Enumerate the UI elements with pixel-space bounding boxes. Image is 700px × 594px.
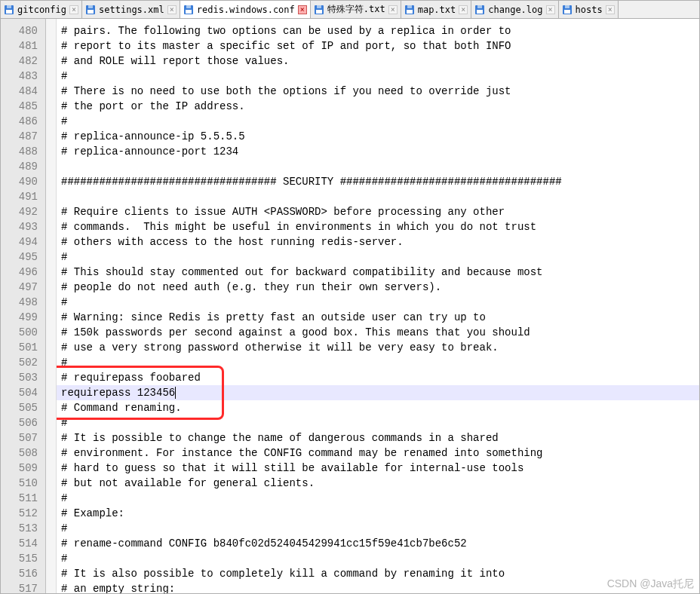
- line-number: 504: [1, 385, 45, 400]
- file-icon: [474, 5, 485, 15]
- line-number: 482: [1, 54, 45, 69]
- tab-gitconfig[interactable]: gitconfig×: [1, 1, 82, 18]
- code-line[interactable]: # This should stay commented out for bac…: [57, 265, 699, 280]
- close-icon[interactable]: ×: [298, 5, 307, 14]
- code-line[interactable]: # replica-announce-ip 5.5.5.5: [57, 129, 699, 144]
- close-icon[interactable]: ×: [167, 5, 177, 14]
- code-line[interactable]: # the port or the IP address.: [57, 99, 699, 114]
- code-line[interactable]: #: [57, 250, 699, 265]
- line-number: 495: [1, 250, 45, 265]
- line-number: 500: [1, 325, 45, 340]
- line-number: 516: [1, 566, 45, 581]
- code-line[interactable]: #: [57, 491, 699, 506]
- code-line[interactable]: # Command renaming.: [57, 400, 699, 415]
- line-number: 515: [1, 551, 45, 566]
- editor-area: 4804814824834844854864874884894904914924…: [1, 19, 699, 593]
- close-icon[interactable]: ×: [606, 5, 615, 14]
- code-line[interactable]: #: [57, 355, 699, 370]
- code-line[interactable]: # people do not need auth (e.g. they run…: [57, 280, 699, 295]
- code-line[interactable]: # rename-command CONFIG b840fc02d5240454…: [57, 536, 699, 551]
- line-number: 510: [1, 476, 45, 491]
- code-line[interactable]: # It is also possible to completely kill…: [57, 566, 699, 581]
- code-line[interactable]: #: [57, 521, 699, 536]
- file-icon: [404, 5, 415, 15]
- line-number: 486: [1, 114, 45, 129]
- code-line[interactable]: #: [57, 551, 699, 566]
- tab-label: change.log: [488, 5, 542, 15]
- close-icon[interactable]: ×: [459, 5, 468, 14]
- tab-label: hosts: [576, 5, 603, 15]
- line-number: 501: [1, 340, 45, 355]
- code-line[interactable]: # requirepass foobared: [57, 370, 699, 385]
- code-line[interactable]: # use a very strong password otherwise i…: [57, 340, 699, 355]
- code-line[interactable]: # Example:: [57, 506, 699, 521]
- file-icon: [183, 5, 194, 15]
- code-line[interactable]: # and ROLE will report those values.: [57, 54, 699, 69]
- line-number: 493: [1, 219, 45, 234]
- line-number: 485: [1, 99, 45, 114]
- code-line[interactable]: # Require clients to issue AUTH <PASSWOR…: [57, 204, 699, 219]
- code-line[interactable]: [57, 159, 699, 174]
- code-line[interactable]: # but not available for general clients.: [57, 476, 699, 491]
- close-icon[interactable]: ×: [546, 5, 555, 14]
- code-line[interactable]: # 150k passwords per second against a go…: [57, 325, 699, 340]
- code-line[interactable]: # replica-announce-port 1234: [57, 144, 699, 159]
- code-line[interactable]: # commands. This might be useful in envi…: [57, 219, 699, 234]
- line-number: 508: [1, 446, 45, 461]
- line-number: 509: [1, 461, 45, 476]
- svg-rect-7: [186, 5, 191, 8]
- line-number: 497: [1, 280, 45, 295]
- svg-rect-11: [316, 10, 322, 14]
- code-line[interactable]: # There is no need to use both the optio…: [57, 84, 699, 99]
- line-number: 502: [1, 355, 45, 370]
- svg-rect-14: [407, 10, 413, 14]
- text-cursor: [175, 387, 176, 399]
- code-line[interactable]: [57, 189, 699, 204]
- line-number: 507: [1, 430, 45, 446]
- code-line[interactable]: # pairs. The following two options can b…: [57, 23, 699, 38]
- tab-hosts[interactable]: hosts×: [559, 1, 619, 18]
- fold-column: [46, 19, 57, 593]
- code-line[interactable]: # environment. For instance the CONFIG c…: [57, 446, 699, 461]
- code-line[interactable]: #: [57, 69, 699, 84]
- code-line[interactable]: #: [57, 295, 699, 310]
- code-line[interactable]: #: [57, 114, 699, 129]
- close-icon[interactable]: ×: [69, 5, 78, 14]
- tab-map-txt[interactable]: map.txt×: [401, 1, 472, 18]
- tab-bar: gitconfig×settings.xml×redis.windows.con…: [1, 1, 699, 19]
- code-line[interactable]: #: [57, 415, 699, 430]
- svg-rect-16: [477, 5, 482, 8]
- svg-rect-2: [6, 10, 12, 14]
- line-number: 511: [1, 491, 45, 506]
- tab-settings-xml[interactable]: settings.xml×: [82, 1, 180, 18]
- code-line[interactable]: # It is possible to change the name of d…: [57, 430, 699, 446]
- tab-label: settings.xml: [99, 5, 164, 15]
- line-number: 487: [1, 129, 45, 144]
- line-number: 489: [1, 159, 45, 174]
- code-line[interactable]: # hard to guess so that it will still be…: [57, 461, 699, 476]
- line-number: 494: [1, 234, 45, 250]
- code-line[interactable]: # an empty string:: [57, 581, 699, 593]
- tab------txt[interactable]: 特殊字符.txt×: [311, 1, 401, 18]
- code-line[interactable]: ################################## SECUR…: [57, 174, 699, 189]
- svg-rect-4: [88, 5, 93, 8]
- code-line[interactable]: # report to its master a specific set of…: [57, 38, 699, 54]
- code-line[interactable]: requirepass 123456: [57, 385, 699, 400]
- code-line[interactable]: # Warning: since Redis is pretty fast an…: [57, 310, 699, 325]
- line-number: 513: [1, 521, 45, 536]
- line-number: 483: [1, 69, 45, 84]
- line-number: 512: [1, 506, 45, 521]
- line-number: 492: [1, 204, 45, 219]
- file-icon: [562, 5, 573, 15]
- code-line[interactable]: # others with access to the host running…: [57, 234, 699, 250]
- tab-change-log[interactable]: change.log×: [471, 1, 558, 18]
- tab-redis-windows-conf[interactable]: redis.windows.conf×: [180, 1, 311, 18]
- close-icon[interactable]: ×: [388, 5, 398, 14]
- code-content[interactable]: # pairs. The following two options can b…: [57, 19, 699, 593]
- line-number: 481: [1, 38, 45, 54]
- line-number-gutter: 4804814824834844854864874884894904914924…: [1, 19, 46, 593]
- svg-rect-17: [477, 10, 483, 14]
- svg-rect-10: [317, 5, 321, 8]
- svg-rect-1: [7, 5, 11, 8]
- svg-rect-13: [407, 5, 412, 8]
